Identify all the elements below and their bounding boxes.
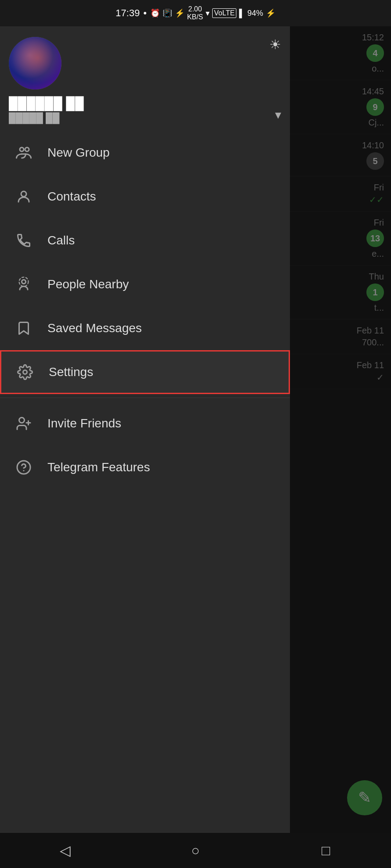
alarm-icon: ⏰ [150, 8, 160, 18]
back-button[interactable]: ◁ [47, 837, 83, 864]
battery-icon: ⚡ [266, 8, 275, 18]
menu-item-telegram-features[interactable]: Telegram Features [0, 445, 290, 489]
home-button[interactable]: ○ [178, 837, 213, 864]
recents-icon: □ [322, 843, 330, 859]
menu-label-people-nearby: People Nearby [47, 277, 129, 291]
menu-label-telegram-features: Telegram Features [47, 460, 150, 474]
status-time: 17:39 [116, 7, 140, 19]
invite-friends-icon [11, 416, 37, 431]
menu-label-contacts: Contacts [47, 190, 96, 204]
menu-label-saved-messages: Saved Messages [47, 321, 142, 335]
menu-label-invite-friends: Invite Friends [47, 416, 121, 430]
bluetooth-icon: ⚡ [175, 8, 185, 18]
svg-point-7 [23, 370, 27, 374]
svg-point-3 [25, 147, 29, 151]
menu-item-people-nearby[interactable]: People Nearby [0, 262, 290, 306]
menu-item-new-group[interactable]: New Group [0, 131, 290, 175]
svg-point-5 [22, 280, 26, 284]
menu-label-calls: Calls [47, 233, 75, 247]
menu-item-calls[interactable]: Calls [0, 219, 290, 262]
people-nearby-icon [11, 276, 37, 292]
home-icon: ○ [191, 843, 199, 859]
menu-item-settings[interactable]: Settings [0, 350, 290, 394]
status-dot: • [143, 7, 147, 19]
username: ██████ ██ [9, 97, 281, 111]
svg-point-8 [19, 418, 25, 423]
wifi-icon: ▾ [206, 8, 210, 18]
menu-label-new-group: New Group [47, 146, 110, 160]
avatar[interactable] [9, 37, 62, 90]
menu-label-settings: Settings [49, 365, 93, 379]
navigation-drawer: ██████ ██ █████ ██ ☀ ▾ New Group [0, 26, 290, 833]
vibrate-icon: 📳 [163, 8, 172, 18]
brightness-icon[interactable]: ☀ [269, 37, 281, 52]
bottom-navigation: ◁ ○ □ [0, 833, 391, 868]
battery-text: 94% [247, 9, 263, 18]
svg-point-2 [20, 147, 24, 151]
settings-icon [12, 364, 38, 380]
svg-point-4 [21, 191, 26, 197]
back-icon: ◁ [60, 842, 71, 859]
status-icons: ⏰ 📳 ⚡ 2.00KB/S ▾ VoLTE ▌ 94% ⚡ [150, 5, 275, 21]
svg-point-6 [19, 277, 29, 287]
username-sub: █████ ██ [9, 112, 281, 124]
drawer-menu: New Group Contacts Calls [0, 131, 290, 833]
speed-indicator: 2.00KB/S [187, 5, 203, 21]
saved-messages-icon [11, 320, 37, 336]
drawer-header: ██████ ██ █████ ██ ☀ ▾ [0, 26, 290, 131]
volte-icon: VoLTE [212, 8, 236, 18]
menu-item-invite-friends[interactable]: Invite Friends [0, 402, 290, 445]
recents-button[interactable]: □ [308, 837, 344, 864]
header-icons: ☀ [269, 37, 281, 52]
chevron-down-icon[interactable]: ▾ [275, 108, 281, 122]
status-bar: 17:39 • ⏰ 📳 ⚡ 2.00KB/S ▾ VoLTE ▌ 94% ⚡ [0, 0, 391, 26]
menu-item-saved-messages[interactable]: Saved Messages [0, 306, 290, 350]
menu-divider [0, 398, 290, 398]
calls-icon [11, 233, 37, 248]
signal-icon: ▌ [239, 9, 245, 18]
contacts-icon [11, 189, 37, 204]
telegram-features-icon [11, 459, 37, 475]
group-icon [11, 145, 37, 161]
menu-item-contacts[interactable]: Contacts [0, 175, 290, 219]
